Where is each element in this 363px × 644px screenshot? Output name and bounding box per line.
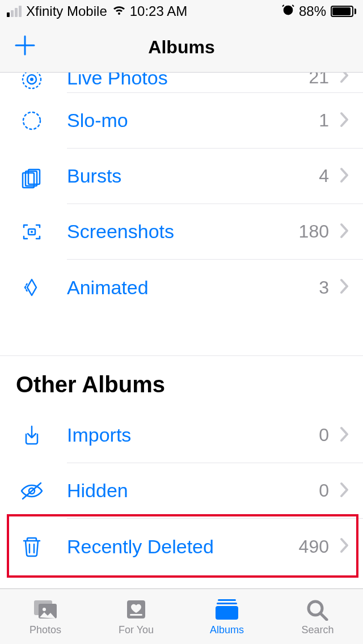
bursts-icon [16,164,48,189]
battery-percent-label: 88% [299,3,326,19]
chevron-right-icon [339,426,349,445]
page-title: Albums [0,37,363,58]
album-label: Animated [67,277,319,299]
album-count: 180 [299,221,329,242]
cellular-signal-icon [7,6,22,17]
chevron-right-icon [339,537,349,556]
albums-tab-icon [213,597,240,622]
album-count: 490 [299,536,329,557]
album-count: 0 [319,425,329,446]
album-label: Screenshots [67,221,299,243]
tab-search[interactable]: Search [272,589,363,644]
svg-point-2 [30,78,33,81]
section-divider [0,315,363,356]
chevron-right-icon [339,111,349,130]
chevron-right-icon [339,73,349,86]
hidden-icon [16,478,48,503]
carrier-label: Xfinity Mobile [26,3,107,19]
album-label: Recently Deleted [67,536,299,558]
tab-label: Albums [210,624,244,636]
svg-rect-16 [130,614,142,616]
for-you-tab-icon [124,597,149,622]
battery-icon [331,6,356,17]
imports-icon [16,423,48,448]
chevron-right-icon [339,481,349,501]
album-row-bursts[interactable]: Bursts4 [0,149,363,204]
album-row-imports[interactable]: Imports0 [0,408,363,463]
album-row-live-photos[interactable]: Live Photos21 [0,73,363,93]
album-row-animated[interactable]: Animated3 [0,260,363,315]
tab-label: Search [301,624,334,636]
album-label: Live Photos [67,73,309,89]
nav-header: Albums [0,23,363,73]
album-count: 0 [319,480,329,501]
tab-label: Photos [29,624,61,636]
album-count: 4 [319,166,329,187]
album-count: 3 [319,277,329,298]
screenshots-icon [16,219,48,244]
tab-albums[interactable]: Albums [182,589,272,644]
album-count: 1 [319,110,329,131]
album-row-screenshots[interactable]: Screenshots180 [0,204,363,260]
wifi-icon [112,3,126,19]
album-row-hidden[interactable]: Hidden0 [0,463,363,519]
other-albums-header: Other Albums [0,356,363,408]
tab-for-you[interactable]: For You [91,589,182,644]
trash-icon [16,534,48,559]
album-list[interactable]: Live Photos21Slo-mo1Bursts4Screenshots18… [0,73,363,588]
clock-label: 10:23 AM [130,3,187,19]
status-bar: Xfinity Mobile 10:23 AM 88% [0,0,363,23]
alarm-icon [282,3,294,19]
svg-point-9 [31,231,33,233]
svg-rect-18 [217,603,237,604]
tab-bar: PhotosFor YouAlbumsSearch [0,588,363,644]
search-tab-icon [305,597,330,622]
album-row-slo-mo[interactable]: Slo-mo1 [0,93,363,149]
live-photos-icon [16,73,48,92]
chevron-right-icon [339,222,349,242]
svg-rect-19 [216,606,238,620]
svg-point-4 [23,112,40,129]
svg-line-21 [321,614,327,620]
chevron-right-icon [339,278,349,297]
album-count: 21 [309,73,329,88]
svg-point-14 [43,608,46,611]
album-label: Imports [67,424,319,446]
chevron-right-icon [339,167,349,186]
tab-photos[interactable]: Photos [0,589,91,644]
photos-tab-icon [32,597,59,622]
slo-mo-icon [16,108,48,133]
svg-rect-17 [218,599,236,601]
animated-icon [16,275,48,300]
album-label: Hidden [67,480,319,502]
album-label: Bursts [67,165,319,187]
album-label: Slo-mo [67,109,319,132]
album-row-recently-deleted[interactable]: Recently Deleted490 [0,519,363,574]
tab-label: For You [119,624,154,636]
